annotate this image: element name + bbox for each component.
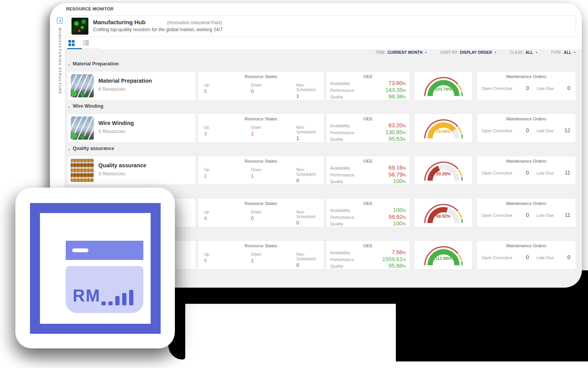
maintenance-orders-card: Maintenance Orders Open Corrective 0 Lat… [477,71,576,100]
quality-value: 98.38% [389,93,406,100]
gauge-value-label: 58.92% [414,214,472,218]
window-body-glyph: RM [66,266,143,313]
group-name: Quality assurance [98,162,146,168]
group-name: Material Preparation [98,78,152,84]
availability-value: 69.16% [389,164,406,171]
group-name: Wire Winding [98,120,134,126]
oee-gauge-card: 39.28% [414,156,473,185]
availability-value: 63.20% [389,122,406,128]
maintenance-orders-card: Maintenance Orders Open Corrective 0 Lat… [477,240,576,270]
chevron-down-icon: ▼ [424,51,427,54]
group-info-card[interactable]: Wire Winding 5 Resources [67,113,196,143]
performance-value: 130.85% [385,129,406,135]
active-view-underline [67,48,82,49]
view-toggle-group [67,39,100,49]
up-count: 4 [204,215,251,221]
resource-states-card: Resource States Up2 Down1 Non-Scheduled0 [198,156,324,185]
oee-gauge-card: 79.09% [414,113,473,143]
window-titlebar-glyph [66,241,143,260]
down-count: 1 [251,173,296,179]
gauge-value-label: 103.79% [414,87,472,92]
screenshot-root: RESOURCE MONITOR MANUFACTURING STRUCTURE… [0,0,588,368]
quality-value: 100% [393,178,406,184]
quality-value: 100% [393,220,406,226]
sidebar-label: MANUFACTURING STRUCTURE [58,28,62,94]
performance-value: 58.92% [389,213,406,220]
up-count: 0 [204,258,251,263]
down-count: 0 [251,88,296,94]
plant-description: Crafting top-quality resistors for the g… [93,27,223,32]
late-due-count: 11 [554,212,570,218]
chevron-collapse-icon: ⌄ [67,62,71,66]
section-header[interactable]: ⌄ Material Preparation [67,60,576,68]
resource-states-card: Resource States Up3 Down1 Non-Scheduled1 [198,113,324,143]
grid-view-icon[interactable] [68,40,75,46]
oee-gauge-card: 112.99% [414,240,473,270]
filter-class[interactable]: CLASS: ALL ▼ [510,50,538,55]
open-corrective-count: 0 [512,127,537,133]
non-scheduled-count: 1 [296,93,324,99]
titlebar-dash-glyph [72,248,88,252]
non-scheduled-count: 0 [296,262,324,268]
late-due-count: 0 [554,254,570,260]
maintenance-orders-card: Maintenance Orders Open Corrective 0 Lat… [477,156,576,185]
oee-card: OEE Availability100% Performance58.92% Q… [326,198,410,227]
backdrop-black-band [174,288,404,304]
down-count: 0 [251,215,296,221]
plant-title: Manufacturing Hub [93,19,146,25]
collapse-panel-icon[interactable] [57,18,63,23]
availability-value: 7.56% [392,249,406,255]
group-resource-count: 3 Resources [98,171,146,177]
gauge-value-label: 39.28% [414,172,472,176]
oee-gauge [420,115,467,142]
maintenance-orders-card: Maintenance Orders Open Corrective 0 Lat… [477,198,576,227]
factory-photo [71,74,94,97]
late-due-count: 12 [554,127,570,133]
performance-value: 56.79% [389,171,406,178]
late-due-count: 11 [554,170,570,176]
resource-group-row: Quality assurance 3 Resources Resource S… [67,156,576,185]
app-window-glyph: RM [30,203,161,334]
filter-type[interactable]: TYPE: ALL ▼ [551,50,576,55]
availability-value: 100% [393,206,406,213]
rm-logo-text: RM [73,286,100,305]
resource-states-card: Resource States Up0 Down1 Non-Scheduled0 [198,240,324,270]
section-quality-assurance: ⌄ Quality assurance Quality assurance 3 … [67,144,576,153]
oee-gauge-card: 103.79% [414,71,473,100]
filter-time[interactable]: TIME: CURRENT MONTH ▼ [375,50,427,55]
availability-value: 73.60% [389,80,406,86]
filter-sort-by[interactable]: SORT BY: DISPLAY ORDER ▼ [440,50,497,55]
oee-card: OEE Availability63.20% Performance130.85… [326,113,410,143]
plant-header-card[interactable]: Manufacturing Hub (Innovation Industrial… [67,15,576,37]
resource-states-card: Resource States Up4 Down0 Non-Scheduled0 [198,198,324,227]
resistors-photo [71,159,94,182]
group-info-card[interactable]: Material Preparation 6 Resources [67,71,196,100]
up-count: 3 [204,131,251,137]
late-due-count: 0 [554,85,570,91]
oee-gauge [420,200,467,226]
oee-card: OEE Availability73.60% Performance143.35… [326,71,410,100]
section-header[interactable]: ⌄ Quality assurance [67,144,576,153]
circuit-board-photo [71,18,88,35]
up-count: 5 [204,88,251,94]
resource-states-card: Resource States Up5 Down0 Non-Scheduled1 [198,71,324,100]
section-header[interactable]: ⌄ Wire Winding [67,102,576,110]
non-scheduled-count: 0 [296,220,324,226]
chevron-down-icon: ▼ [494,51,497,54]
list-view-icon[interactable] [83,40,89,46]
gauge-value-label: 112.99% [414,256,472,261]
open-corrective-count: 0 [512,212,537,218]
open-corrective-count: 0 [512,85,537,91]
quality-value: 95.63% [389,135,406,142]
plant-location: (Innovation Industrial Park) [167,20,222,25]
section-wire-winding: ⌄ Wire Winding Wire Winding 5 Resources … [67,102,576,110]
gauge-value-label: 79.09% [414,129,472,134]
resource-monitor-logo-card: RM [15,188,175,348]
group-info-card[interactable]: Quality assurance 3 Resources [67,156,196,185]
chevron-collapse-icon: ⌄ [67,147,71,150]
open-corrective-count: 0 [512,170,537,176]
group-resource-count: 6 Resources [98,87,152,92]
non-scheduled-count: 1 [296,135,324,141]
quality-value: 95.88% [389,262,406,269]
section-material-preparation: ⌄ Material Preparation Material Preparat… [67,60,576,68]
